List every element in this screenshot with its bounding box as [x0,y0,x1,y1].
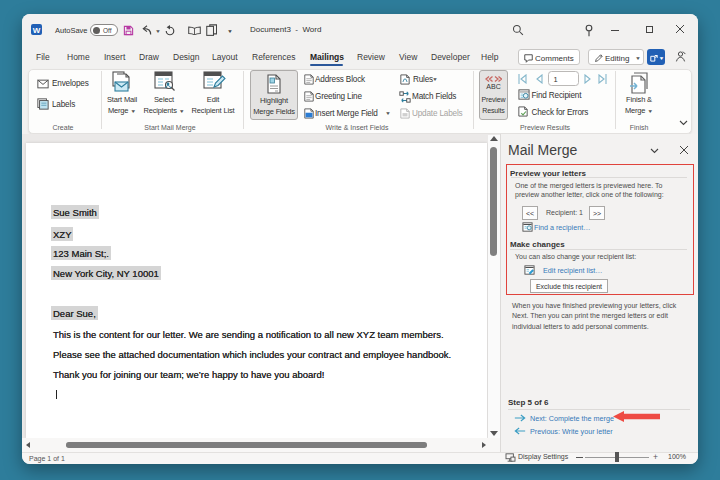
svg-text:W: W [33,26,41,35]
